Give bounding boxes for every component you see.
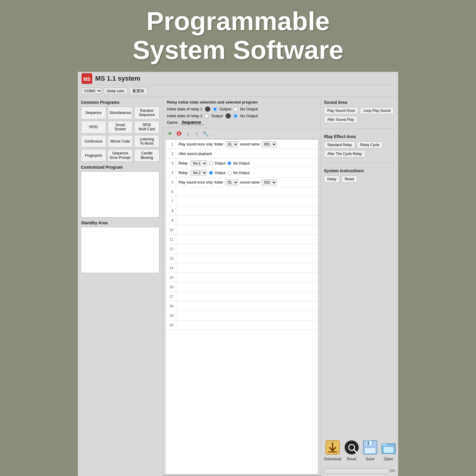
row1-sound-select[interactable]: 001 (262, 141, 277, 147)
btn-continuous[interactable]: Continuous (81, 135, 106, 148)
relay-config-title: Relay initial state selection and select… (167, 100, 317, 104)
btn-candle-blowing[interactable]: CandleBlowing (134, 149, 159, 162)
progress-label: 0% (390, 469, 395, 473)
row3-relay-select[interactable]: No.1 (190, 160, 207, 166)
relay-effect-section: Rlay Effect Area Standard Relay Relay Cy… (324, 134, 395, 157)
sound-area-buttons: Play Sound Once Loop Play Sound After So… (324, 107, 395, 123)
after-sound-play-button[interactable]: After Sound Play (324, 116, 357, 123)
row-number: 2 (165, 149, 176, 158)
toolbar: COM3 close com 配置块 (78, 85, 398, 97)
standby-area-box[interactable] (81, 227, 159, 273)
relay-effect-buttons: Standard Relay Relay Cycle After The Cyc… (324, 141, 395, 157)
row-number: 9 (165, 216, 176, 225)
port-select[interactable]: COM3 (82, 87, 102, 94)
move-down-button[interactable]: ↓ (184, 130, 191, 137)
row4-output-radio[interactable] (209, 171, 213, 175)
reset-button[interactable]: Reset (342, 176, 357, 183)
system-instructions-title: System Instructions (324, 168, 395, 173)
divider1 (324, 129, 395, 129)
table-row: 8 (165, 206, 318, 216)
row-number: 15 (165, 273, 176, 282)
main-layout: Common Programs Sequence Simultaneous Ra… (78, 97, 398, 476)
move-up-button[interactable]: ↑ (193, 130, 200, 137)
table-row: 19 (165, 311, 318, 320)
relay2-output-label: Output (211, 114, 223, 118)
row-number: 14 (165, 263, 176, 273)
standby-area-title: Standby Area (81, 220, 159, 225)
btn-listening-to-music[interactable]: ListeningTo Music (134, 135, 159, 148)
btn-rfid-multi-card[interactable]: RFIDMulti Card (134, 121, 159, 134)
row5-folder-select[interactable]: 01 (225, 179, 238, 185)
read-item[interactable]: Read (344, 439, 360, 461)
wrench-button[interactable]: 🔧 (202, 130, 209, 137)
btn-simultaneous[interactable]: Simultaneous (108, 107, 133, 119)
row3-no-output-label: No Output (233, 161, 250, 165)
row-content: Play sound once only: folder 01 sound na… (176, 178, 318, 187)
btn-random-sequence[interactable]: RandomSequence (134, 107, 159, 119)
relay2-no-output-radio-icon: ⚫ (225, 113, 231, 119)
standard-relay-button[interactable]: Standard Relay (324, 141, 355, 148)
relay2-output-radio[interactable] (205, 114, 209, 118)
row3-output-radio[interactable] (209, 161, 213, 165)
row4-no-output-radio[interactable] (227, 171, 231, 175)
btn-sequence-error-prompt[interactable]: SequenceError Prompt (108, 149, 133, 162)
btn-smart-screen[interactable]: SmartScreen (108, 121, 133, 134)
svg-rect-11 (364, 448, 376, 454)
btn-morse-code[interactable]: Morse Code (108, 135, 133, 148)
btn-rfid[interactable]: RFID (81, 121, 106, 134)
table-row: 7 (165, 197, 318, 206)
table-row: 17 (165, 292, 318, 301)
table-row: 20 (165, 320, 318, 330)
relay1-no-output-radio[interactable] (234, 107, 238, 111)
relay2-no-output-label: No Output (240, 114, 258, 118)
download-item[interactable]: Download (324, 439, 341, 461)
delay-button[interactable]: Delay (324, 176, 340, 183)
config-button[interactable]: 配置块 (129, 87, 148, 95)
sound-area-title: Sound Area (324, 100, 395, 105)
customized-program-area[interactable] (81, 171, 159, 217)
row-content (176, 191, 318, 193)
app-title: MS 1.1 system (95, 75, 140, 82)
row-content: Play sound once only: folder 01 sound na… (176, 140, 318, 148)
row-number: 1 (165, 140, 176, 149)
relay-effect-title: Rlay Effect Area (324, 134, 395, 139)
row-number: 8 (165, 206, 176, 215)
row-content (176, 305, 318, 307)
relay1-output-label: Output (220, 107, 231, 111)
table-row: 9 (165, 216, 318, 225)
save-icon (362, 439, 378, 455)
row3-no-output-radio[interactable] (227, 161, 231, 165)
row5-sound-select[interactable]: 002 (262, 179, 277, 185)
row-number: 13 (165, 254, 176, 263)
customized-program-section: Customized Program (81, 165, 159, 217)
row-number: 16 (165, 282, 176, 292)
relay1-output-radio[interactable] (213, 107, 217, 111)
play-sound-once-button[interactable]: Play Sound Once (324, 107, 358, 114)
open-item[interactable]: Open (381, 439, 397, 461)
add-row-button[interactable]: + (166, 130, 173, 137)
table-row: 12 (165, 244, 318, 254)
remove-row-button[interactable]: ⊖ (175, 130, 182, 137)
row-content: Relay: No.1 Output No Output (176, 159, 318, 167)
row4-relay-select[interactable]: No.2 (190, 170, 207, 176)
hero-title: Programmable System Software (132, 7, 343, 65)
row-number: 6 (165, 187, 176, 196)
row-number: 17 (165, 292, 176, 301)
row-number: 10 (165, 225, 176, 234)
loop-play-sound-button[interactable]: Loop Play Sound (360, 107, 394, 114)
row1-folder-select[interactable]: 01 (225, 141, 238, 147)
after-the-cycle-relay-button[interactable]: After The Cycle Relay (324, 150, 365, 157)
btn-sequence[interactable]: Sequence (81, 107, 106, 119)
row-number: 5 (165, 178, 176, 187)
row-number: 19 (165, 311, 176, 320)
save-item[interactable]: Save (362, 439, 378, 461)
relay-cycle-button[interactable]: Relay Cycle (357, 141, 383, 148)
customized-program-title: Customized Program (81, 165, 159, 170)
relay-config-section: Relay initial state selection and select… (163, 97, 321, 128)
row-number: 20 (165, 320, 176, 330)
relay2-no-output-radio[interactable] (234, 114, 238, 118)
table-row: 4 Relay: No.2 Output No Output (165, 168, 318, 178)
system-instructions-section: System Instructions Delay Reset (324, 168, 395, 183)
close-com-button[interactable]: close com (104, 87, 128, 94)
btn-fingerprint[interactable]: Fingerprint (81, 149, 106, 162)
